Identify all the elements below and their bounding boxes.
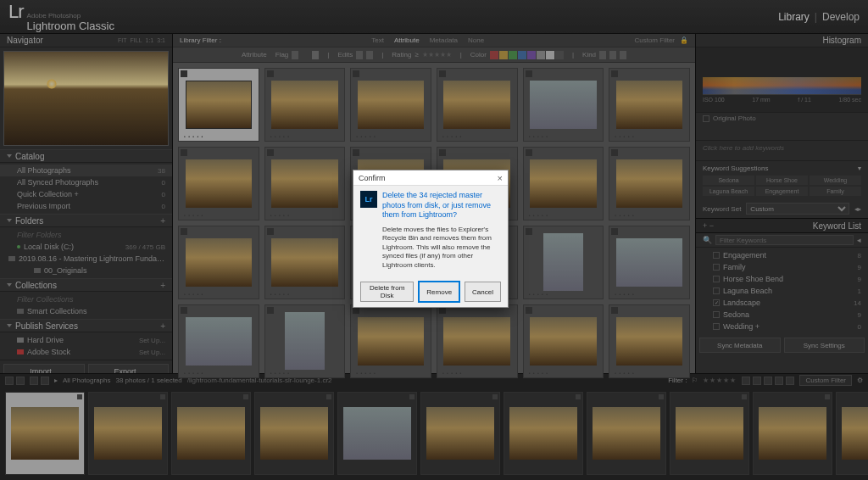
remove-button[interactable]: Remove (419, 282, 459, 302)
close-icon[interactable]: × (498, 173, 503, 183)
delete-from-disk-button[interactable]: Delete from Disk (360, 282, 414, 302)
dialog-title-bar: Confirm × (353, 170, 508, 186)
confirm-dialog: Confirm × Lr Delete the 34 rejected mast… (353, 170, 509, 308)
dialog-heading: Delete the 34 rejected master photos fro… (382, 191, 501, 220)
cancel-button[interactable]: Cancel (465, 282, 501, 302)
dialog-description: Delete moves the files to Explorer's Rec… (353, 226, 508, 276)
lightroom-icon: Lr (360, 191, 377, 208)
